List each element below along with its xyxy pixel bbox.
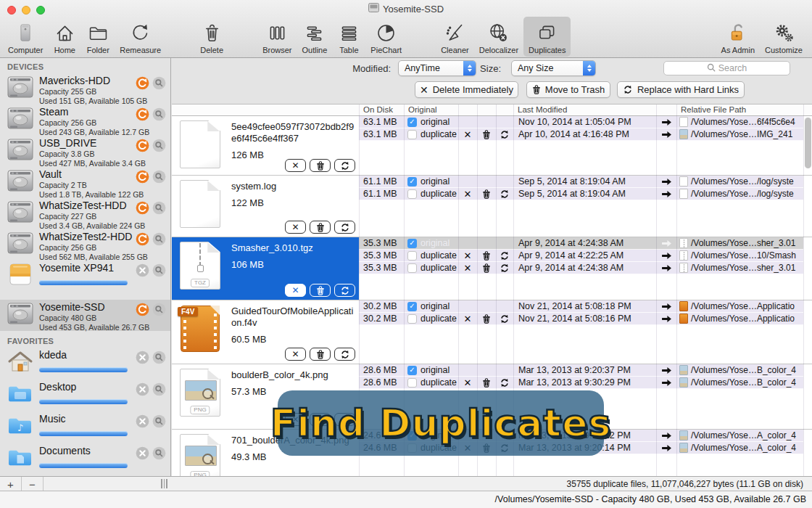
- reveal-arrow-icon[interactable]: [656, 444, 676, 452]
- device-item-mavericks-hdd[interactable]: Mavericks-HDDCapacity 255 GBUsed 151 GB,…: [0, 73, 170, 105]
- search-button[interactable]: [152, 201, 166, 215]
- duplicate-entry-row[interactable]: 35.3 MB✓originalApr 9, 2014 at 4:24:38 A…: [359, 237, 803, 250]
- delete-entry-button[interactable]: ✕: [458, 314, 477, 324]
- toolbar-item-delocalizer[interactable]: Delocalizer: [474, 17, 523, 57]
- toolbar-item-computer[interactable]: Computer: [3, 17, 48, 57]
- replace-entry-button[interactable]: [496, 378, 513, 388]
- duplicate-group[interactable]: system.log122 MB✕61.1 MB✓originalSep 5, …: [172, 176, 812, 237]
- trash-entry-button[interactable]: [477, 314, 496, 324]
- favorite-item-desktop[interactable]: Desktop: [0, 380, 170, 411]
- search-button[interactable]: [152, 139, 166, 152]
- favorite-item-kdeda[interactable]: kdeda: [0, 348, 170, 380]
- duplicate-entry-row[interactable]: 61.1 MB✓originalSep 5, 2014 at 8:19:04 A…: [359, 176, 803, 188]
- toolbar-item-browser[interactable]: Browser: [257, 17, 297, 57]
- toolbar-item-remeasure[interactable]: Remeasure: [115, 17, 166, 57]
- delete-entry-button[interactable]: ✕: [458, 130, 477, 139]
- duplicate-entry-row[interactable]: 63.1 MBduplicate✕Apr 10, 2014 at 4:16:48…: [359, 128, 803, 141]
- delete-entry-button[interactable]: ✕: [458, 189, 477, 199]
- toolbar-item-piechart[interactable]: PieChart: [365, 17, 407, 57]
- reveal-arrow-icon[interactable]: [656, 190, 676, 198]
- toolbar-item-home[interactable]: Home: [48, 17, 81, 57]
- reveal-arrow-icon[interactable]: [656, 178, 676, 186]
- favorite-item-documents[interactable]: Documents: [0, 443, 170, 475]
- reveal-arrow-icon[interactable]: [656, 315, 676, 323]
- toolbar-item-duplicates[interactable]: Duplicates: [523, 17, 571, 57]
- toolbar-item-outline[interactable]: Outline: [297, 17, 333, 57]
- favorite-item-music[interactable]: ♪Music: [0, 411, 170, 443]
- delete-group-button[interactable]: ✕: [285, 159, 306, 172]
- duplicate-group[interactable]: F4VGuidedTourOfMobileApplication.f4v60.5…: [172, 300, 812, 364]
- original-checkbox[interactable]: [407, 130, 417, 139]
- search-button[interactable]: [152, 232, 166, 246]
- cancel-button[interactable]: [136, 414, 149, 428]
- device-item-yosemite-xp941[interactable]: Yosemite XP941: [0, 261, 170, 300]
- trash-entry-button[interactable]: [477, 263, 496, 273]
- search-button[interactable]: [152, 170, 166, 184]
- search-button[interactable]: [152, 107, 166, 121]
- reveal-arrow-icon[interactable]: [656, 432, 676, 440]
- search-button[interactable]: [152, 263, 166, 277]
- duplicate-group[interactable]: TGZSmasher_3.010.tgz106 MB✕35.3 MB✓origi…: [172, 237, 812, 300]
- original-checkbox[interactable]: [407, 378, 417, 388]
- replace-entry-button[interactable]: [496, 263, 513, 273]
- delete-immediately-button[interactable]: ✕ Delete Immediately: [415, 81, 518, 98]
- replace-entry-button[interactable]: [496, 130, 513, 139]
- column-header-path[interactable]: Relative File Path: [681, 105, 746, 114]
- original-checkbox[interactable]: [407, 251, 417, 261]
- duplicate-entry-row[interactable]: 30.2 MB✓originalNov 21, 2014 at 5:08:18 …: [359, 300, 803, 313]
- refresh-button[interactable]: [136, 139, 149, 152]
- replace-group-button[interactable]: [334, 159, 355, 172]
- file-cell[interactable]: 5ee49cfee0597f73072bdb2f9e6f4f5c6e4ff367…: [172, 116, 359, 175]
- refresh-button[interactable]: [136, 170, 149, 184]
- column-header-on-disk[interactable]: On Disk: [363, 105, 393, 114]
- duplicate-entry-row[interactable]: 61.1 MBduplicate✕Sep 5, 2014 at 8:19:04 …: [359, 188, 803, 200]
- trash-group-button[interactable]: [310, 221, 331, 234]
- trash-group-button[interactable]: [310, 348, 331, 361]
- file-cell[interactable]: F4VGuidedTourOfMobileApplication.f4v60.5…: [172, 300, 359, 364]
- modified-filter-select[interactable]: AnyTime: [398, 60, 476, 76]
- search-input[interactable]: Search: [663, 61, 790, 75]
- splitter-handle-icon[interactable]: [161, 479, 167, 488]
- size-filter-select[interactable]: Any Size: [511, 60, 596, 76]
- duplicate-entry-row[interactable]: 63.1 MB✓originalNov 10, 2014 at 1:05:04 …: [359, 116, 803, 128]
- reveal-arrow-icon[interactable]: [656, 118, 676, 126]
- replace-group-button[interactable]: [334, 284, 355, 297]
- search-button[interactable]: [152, 414, 166, 428]
- delete-entry-button[interactable]: ✕: [458, 263, 477, 273]
- delete-group-button[interactable]: ✕: [285, 348, 306, 361]
- delete-entry-button[interactable]: ✕: [458, 251, 477, 261]
- toolbar-item-delete[interactable]: Delete: [195, 17, 228, 57]
- trash-group-button[interactable]: [310, 159, 331, 172]
- reveal-arrow-icon[interactable]: [656, 131, 676, 139]
- trash-entry-button[interactable]: [477, 378, 496, 388]
- delete-group-button[interactable]: ✕: [285, 284, 306, 297]
- toolbar-item-as-admin[interactable]: As Admin: [716, 17, 760, 57]
- file-cell[interactable]: TGZSmasher_3.010.tgz106 MB✕: [172, 237, 359, 300]
- trash-entry-button[interactable]: [477, 130, 496, 139]
- trash-group-button[interactable]: [310, 284, 331, 297]
- refresh-button[interactable]: [136, 232, 149, 246]
- remove-favorite-button[interactable]: −: [22, 477, 44, 491]
- reveal-arrow-icon[interactable]: [656, 303, 676, 311]
- column-header-original[interactable]: Original: [408, 105, 437, 114]
- toolbar-item-customize[interactable]: Customize: [760, 17, 808, 57]
- duplicate-entry-row[interactable]: 28.6 MBduplicate✕Mar 13, 2013 at 9:30:29…: [359, 377, 803, 389]
- delete-group-button[interactable]: ✕: [285, 221, 306, 234]
- delete-entry-button[interactable]: ✕: [458, 378, 477, 388]
- device-item-usb-drive[interactable]: USB_DRIVECapacity 3.8 GBUsed 427 MB, Ava…: [0, 136, 170, 167]
- replace-entry-button[interactable]: [496, 314, 513, 324]
- reveal-arrow-icon[interactable]: [656, 264, 676, 272]
- device-item-vault[interactable]: VaultCapacity 2 TBUsed 1.8 TB, Available…: [0, 167, 170, 198]
- refresh-button[interactable]: [136, 107, 149, 121]
- replace-group-button[interactable]: [334, 221, 355, 234]
- cancel-button[interactable]: [136, 351, 149, 364]
- reveal-arrow-icon[interactable]: [656, 366, 676, 374]
- reveal-arrow-icon[interactable]: [656, 239, 676, 247]
- cancel-button[interactable]: [136, 382, 149, 396]
- search-button[interactable]: [152, 76, 166, 90]
- original-checkbox[interactable]: ✓: [407, 366, 417, 375]
- replace-entry-button[interactable]: [496, 251, 513, 261]
- trash-entry-button[interactable]: [477, 251, 496, 261]
- add-favorite-button[interactable]: +: [0, 477, 22, 491]
- file-cell[interactable]: system.log122 MB✕: [172, 176, 359, 237]
